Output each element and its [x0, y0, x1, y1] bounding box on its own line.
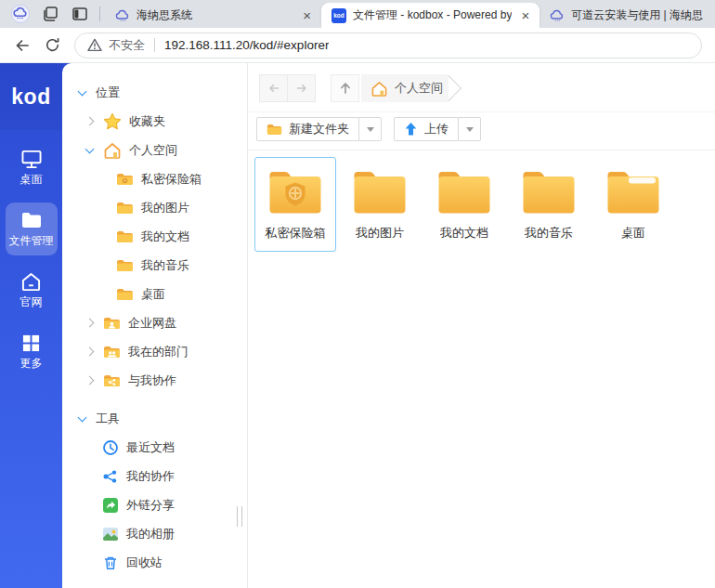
grid-icon: [6, 333, 58, 353]
file-grid: 私密保险箱我的图片我的文档我的音乐桌面: [248, 150, 715, 252]
folder-safe-large-icon: [257, 167, 333, 217]
chevron-down-icon[interactable]: [85, 144, 95, 153]
url-text[interactable]: 192.168.111.20/kod/#explorer: [164, 38, 329, 52]
tree-item-label: 收藏夹: [129, 113, 165, 130]
tree-item-my-collab[interactable]: 我的协作: [62, 462, 247, 490]
breadcrumb-bar: 个人空间: [248, 63, 715, 112]
tree-item-safe-box[interactable]: 私密保险箱: [62, 164, 247, 193]
panel-resize-handle[interactable]: [237, 506, 242, 527]
rail-item-label: 文件管理: [6, 233, 58, 249]
file-item-my-music[interactable]: 我的音乐: [508, 157, 590, 252]
file-item-my-documents[interactable]: 我的文档: [423, 157, 505, 252]
tree-item-label: 回收站: [126, 555, 162, 571]
home-icon: [370, 81, 388, 97]
tab-strip: 海纳思系统×kod文件管理 - kodbox - Powered by×可道云安…: [105, 3, 715, 28]
url-field[interactable]: 不安全 192.168.111.20/kod/#explorer: [74, 33, 702, 59]
upload-label: 上传: [424, 121, 448, 137]
tree-item-my-department[interactable]: 我在的部门: [62, 337, 247, 366]
tree-item-label: 我的文档: [141, 229, 189, 245]
tree-item-label: 桌面: [141, 286, 165, 303]
tree-item-my-albums[interactable]: 我的相册: [62, 519, 247, 548]
folder-icon: [6, 210, 58, 230]
tree-item-recent-docs[interactable]: 最近文档: [62, 433, 247, 462]
tree-item-my-documents[interactable]: 我的文档: [62, 222, 247, 251]
tab-stack-icon[interactable]: [35, 2, 65, 26]
new-folder-dropdown-button[interactable]: [359, 117, 382, 141]
chevron-right-icon[interactable]: [85, 347, 95, 357]
file-name: 我的文档: [426, 225, 502, 242]
back-icon[interactable]: [7, 32, 37, 59]
rail-item-更多[interactable]: 更多: [6, 325, 58, 378]
rail-item-官网[interactable]: 官网: [6, 264, 58, 317]
tab-close-icon[interactable]: ×: [300, 8, 314, 22]
browser-tab[interactable]: kod文件管理 - kodbox - Powered by×: [321, 3, 540, 28]
folder-safe-icon: [116, 172, 134, 186]
tree-item-recycle-bin[interactable]: 回收站: [62, 548, 247, 577]
tree-item-my-pictures[interactable]: 我的图片: [62, 193, 247, 222]
file-item-safe-box[interactable]: 私密保险箱: [254, 157, 336, 252]
rail-item-桌面[interactable]: 桌面: [6, 141, 58, 194]
kod-favicon: kod: [332, 8, 346, 23]
kod-logo[interactable]: kod: [0, 63, 62, 130]
new-folder-button[interactable]: 新建文件夹: [256, 117, 359, 141]
tree-item-personal-space[interactable]: 个人空间: [62, 136, 247, 164]
tree-item-tools[interactable]: 工具: [62, 404, 247, 433]
rail-item-label: 更多: [6, 356, 58, 372]
rail-item-文件管理[interactable]: 文件管理: [6, 203, 58, 255]
file-name: 桌面: [595, 225, 671, 242]
tab-title: 海纳思系统: [136, 7, 293, 23]
upload-arrow-icon: [404, 122, 418, 137]
tree-item-company-disk[interactable]: 企业网盘: [62, 308, 247, 337]
chevron-down-icon[interactable]: [78, 86, 87, 96]
chevron-down-icon[interactable]: [78, 412, 87, 422]
browser-tab-bar: 海纳思系统×kod文件管理 - kodbox - Powered by×可道云安…: [0, 0, 715, 28]
folder-large-icon: [342, 167, 418, 217]
folder-icon: [116, 258, 134, 272]
tree-item-my-music[interactable]: 我的音乐: [62, 251, 247, 280]
browser-address-bar: 不安全 192.168.111.20/kod/#explorer: [0, 28, 715, 63]
upload-button[interactable]: 上传: [394, 117, 459, 141]
tree-item-label: 位置: [96, 85, 120, 101]
sidebar-toggle-icon[interactable]: [65, 2, 95, 26]
upload-dropdown-button[interactable]: [459, 117, 481, 141]
tree-item-link-share[interactable]: 外链分享: [62, 490, 247, 519]
trash-icon: [102, 555, 119, 571]
tree-item-label: 我的图片: [141, 200, 189, 216]
refresh-icon[interactable]: [37, 32, 67, 59]
up-level-button[interactable]: [331, 74, 359, 102]
history-back-button[interactable]: [259, 74, 288, 102]
security-label[interactable]: 不安全: [109, 37, 145, 54]
kodbox-app: kod 桌面文件管理官网更多 位置收藏夹个人空间私密保险箱我的图片我的文档我的音…: [0, 63, 715, 588]
tree-item-label: 我的音乐: [141, 257, 189, 274]
file-item-my-pictures[interactable]: 我的图片: [339, 157, 421, 252]
tree-item-location[interactable]: 位置: [62, 78, 247, 107]
folder-user-icon: [103, 316, 121, 330]
album-icon: [102, 526, 119, 542]
tree-item-label: 企业网盘: [128, 315, 176, 332]
file-item-desktop[interactable]: 桌面: [592, 157, 674, 252]
browser-logo-icon[interactable]: [6, 2, 35, 26]
rail-item-label: 桌面: [6, 172, 58, 188]
chevron-right-icon[interactable]: [85, 319, 95, 328]
chevron-right-icon[interactable]: [85, 117, 95, 126]
file-name: 我的图片: [342, 225, 418, 242]
cloud-favicon: [550, 8, 565, 23]
tree-item-file-types[interactable]: 文件类型: [62, 584, 150, 588]
browser-tab[interactable]: 可道云安装与使用 | 海纳思: [540, 3, 715, 28]
chevron-right-icon[interactable]: [85, 376, 95, 385]
star-icon: [103, 112, 122, 130]
folder-icon: [116, 287, 134, 301]
browser-tab[interactable]: 海纳思系统×: [105, 3, 321, 28]
tree-item-desktop[interactable]: 桌面: [62, 280, 247, 308]
folder-desktop-large-icon: [595, 167, 671, 217]
tree-item-favorites[interactable]: 收藏夹: [62, 107, 247, 136]
tree-item-label: 我在的部门: [128, 344, 188, 360]
tree-item-label: 私密保险箱: [141, 171, 202, 188]
tree-item-shared-with-me[interactable]: 与我协作: [62, 366, 247, 395]
history-forward-button[interactable]: [287, 74, 316, 102]
folder-large-icon: [426, 167, 502, 217]
tree-item-label: 外链分享: [126, 497, 175, 514]
tab-close-icon[interactable]: ×: [518, 8, 532, 22]
folder-users-icon: [103, 345, 121, 359]
file-browser-main: 个人空间 新建文件夹 上传: [248, 63, 715, 588]
